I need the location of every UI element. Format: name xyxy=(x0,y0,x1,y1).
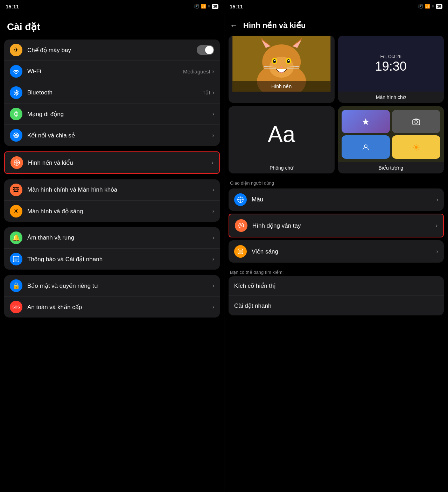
search-item-1[interactable]: Kích cỡ hiển thị xyxy=(229,276,444,296)
wifi-item[interactable]: Wi-Fi Mediaguest › xyxy=(4,61,220,82)
themes-app-icon xyxy=(342,110,390,133)
connect-label: Kết nối và chia sẻ xyxy=(27,132,212,139)
mobile-item[interactable]: Mạng di động › xyxy=(4,104,220,125)
lockscreen-card[interactable]: Fri, Oct 26 19:30 Màn hình chờ xyxy=(338,36,444,103)
lock-date: Fri, Oct 26 xyxy=(380,54,401,59)
screen-group: 🖼 Màn hình chính và Màn hình khóa › ☀ Mà… xyxy=(4,179,220,222)
page-title: Cài đặt xyxy=(0,18,224,40)
connect-item[interactable]: Kết nối và chia sẻ › xyxy=(4,125,220,146)
font-display: Aa xyxy=(229,106,335,162)
homescreen-item[interactable]: 🖼 Màn hình chính và Màn hình khóa › xyxy=(4,179,220,201)
fingerprint-label: Hình động vân tay xyxy=(252,222,436,229)
sound-chevron: › xyxy=(212,235,214,241)
fingerprint-item[interactable]: Hình động vân tay › xyxy=(229,214,443,237)
left-time: 15:11 xyxy=(6,3,19,9)
right-page-title: Hình nền và kiểu xyxy=(243,21,306,30)
homescreen-icon: 🖼 xyxy=(10,184,22,196)
bluetooth-chevron: › xyxy=(212,90,214,96)
weather-app-icon xyxy=(392,135,440,159)
bluetooth-value: Tắt xyxy=(202,90,210,96)
right-time: 15:11 xyxy=(230,3,243,9)
font-card[interactable]: Aa Phông chữ xyxy=(229,106,335,173)
wallpaper-setting-label: Hình nền và kiểu xyxy=(28,159,212,166)
network-group: ✈ Chế độ máy bay Wi-Fi Mediaguest › xyxy=(4,40,220,146)
sound-group: 🔔 Âm thanh và rung › Thông báo và Cài đặ… xyxy=(4,227,220,270)
fingerprint-highlighted[interactable]: Hình động vân tay › xyxy=(229,214,444,237)
security-item[interactable]: 🔒 Bảo mật và quyền riêng tư › xyxy=(4,275,220,297)
bluetooth-label: Bluetooth xyxy=(27,89,202,96)
lock-time: 19:30 xyxy=(375,59,407,74)
camera-app-icon xyxy=(392,110,440,133)
svg-point-14 xyxy=(273,59,276,63)
display-chevron: › xyxy=(212,208,214,214)
sound-label: Âm thanh và rung xyxy=(27,234,212,241)
notif-icon xyxy=(10,253,22,265)
color-item[interactable]: Màu › xyxy=(229,188,444,211)
search-item-2[interactable]: Cài đặt nhanh xyxy=(229,296,444,315)
right-status-icons: 📳 📶 ✕ 30 xyxy=(418,4,442,9)
toggle-knob xyxy=(205,46,214,54)
border-item[interactable]: Viền sáng › xyxy=(229,240,444,263)
bluetooth-icon xyxy=(10,86,22,99)
display-icon: ☀ xyxy=(10,205,22,218)
sound-item[interactable]: 🔔 Âm thanh và rung › xyxy=(4,227,220,249)
ui-section-label: Giao diện người dùng xyxy=(224,179,448,188)
notif-label: Thông báo và Cài đặt nhanh xyxy=(27,256,212,263)
border-chevron: › xyxy=(436,248,438,255)
wallpaper-grid: Hình nền Fri, Oct 26 19:30 Màn hình chờ xyxy=(224,36,448,179)
svg-rect-33 xyxy=(239,250,242,253)
icon-grid xyxy=(338,106,444,162)
airplane-label: Chế độ máy bay xyxy=(27,47,197,54)
right-status-bar: 15:11 📳 📶 ✕ 30 xyxy=(224,0,448,13)
search-label-1: Kích cỡ hiển thị xyxy=(234,282,438,290)
fingerprint-chevron: › xyxy=(436,222,438,229)
display-item[interactable]: ☀ Màn hình và độ sáng › xyxy=(4,201,220,222)
color-group: Màu › xyxy=(229,188,444,211)
main-panels: Cài đặt ✈ Chế độ máy bay Wi-Fi Mediagues xyxy=(0,13,448,492)
color-chevron: › xyxy=(436,197,438,203)
svg-point-2 xyxy=(15,161,18,164)
sos-icon: SOS xyxy=(10,301,22,313)
wifi-icon xyxy=(10,65,22,78)
wallpaper-icon xyxy=(10,156,23,169)
right-panel: ← Hình nền và kiểu xyxy=(224,13,448,492)
svg-point-29 xyxy=(415,146,418,149)
airplane-mode-item[interactable]: ✈ Chế độ máy bay xyxy=(4,40,220,61)
security-icon: 🔒 xyxy=(10,279,22,292)
svg-text:Hình nền: Hình nền xyxy=(271,84,292,89)
wallpaper-setting-item[interactable]: Hình nền và kiểu › xyxy=(5,152,219,173)
wallpaper-image: Hình nền xyxy=(229,36,335,92)
vibrate-icon: 📳 xyxy=(194,4,200,9)
svg-point-16 xyxy=(274,60,275,61)
icon-card[interactable]: Biểu tượng xyxy=(338,106,444,173)
wallpaper-card[interactable]: Hình nền xyxy=(229,36,335,103)
wifi-value: Mediaguest xyxy=(183,69,210,74)
mobile-chevron: › xyxy=(212,111,214,117)
connect-icon xyxy=(10,129,22,142)
display-label: Màn hình và độ sáng xyxy=(27,208,212,215)
sos-item[interactable]: SOS An toàn và khẩn cấp › xyxy=(4,297,220,318)
svg-point-31 xyxy=(239,199,241,201)
vibrate-icon-r: 📳 xyxy=(418,4,424,9)
left-status-icons: 📳 📶 ✕ 30 xyxy=(194,4,218,9)
font-label: Phông chữ xyxy=(267,162,296,173)
battery-left: 30 xyxy=(212,4,218,9)
homescreen-chevron: › xyxy=(212,187,214,193)
svg-point-26 xyxy=(415,121,418,123)
border-group: Viền sáng › xyxy=(229,240,444,263)
notif-item[interactable]: Thông báo và Cài đặt nhanh › xyxy=(4,249,220,270)
contacts-app-icon xyxy=(342,135,390,159)
font-image: Aa xyxy=(229,106,335,162)
security-chevron: › xyxy=(212,283,214,289)
border-label: Viền sáng xyxy=(252,248,436,255)
fingerprint-icon xyxy=(235,219,247,232)
back-button[interactable]: ← xyxy=(230,21,238,30)
wallpaper-highlighted-item[interactable]: Hình nền và kiểu › xyxy=(4,151,220,174)
sos-label: An toàn và khẩn cấp xyxy=(27,304,212,311)
color-icon xyxy=(234,193,247,206)
sos-chevron: › xyxy=(212,304,214,310)
airplane-toggle[interactable] xyxy=(197,45,214,55)
x-icon: ✕ xyxy=(208,5,210,8)
bluetooth-item[interactable]: Bluetooth Tắt › xyxy=(4,82,220,104)
homescreen-label: Màn hình chính và Màn hình khóa xyxy=(27,186,212,193)
